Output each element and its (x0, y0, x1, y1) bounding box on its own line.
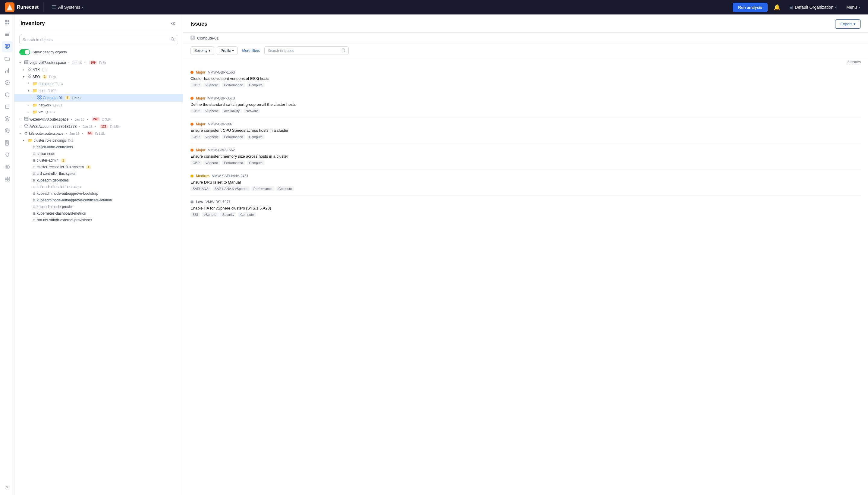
sidebar-item-box[interactable] (2, 101, 13, 112)
tree-item-kubeadm-get-nodes[interactable]: ⊕ kubeadm:get-nodes (15, 177, 183, 184)
tree-item-aws[interactable]: › AWS Account 722739181778 • Jan 16 • 12… (15, 123, 183, 130)
tree-item-cluster-admin[interactable]: ⊕ cluster-admin 1 (15, 157, 183, 164)
tree-item-datastore[interactable]: › 📁 datastore 13 (15, 80, 183, 87)
svg-point-21 (7, 82, 8, 83)
inventory-search-input[interactable] (23, 37, 168, 42)
issue-top: Major VMW-GBP-887 (190, 122, 861, 126)
tree-item-kubeadm-node-proxier[interactable]: ⊕ kubeadm:node-proxier (15, 204, 183, 210)
expand-icon: » (6, 485, 8, 489)
globe-icon (4, 128, 10, 134)
tree-item-kubeadm-kubelet-bootstrap[interactable]: ⊕ kubeadm:kubelet-bootstrap (15, 184, 183, 190)
sidebar-item-compass[interactable] (2, 77, 13, 88)
severity-dot-major (190, 71, 193, 74)
tree-label: kubeadm:node-autoapprove-bootstrap (37, 191, 98, 195)
compute-label: Compute-01 (197, 36, 219, 40)
link-icon: ⊕ (33, 178, 36, 182)
sidebar-item-shield[interactable] (2, 89, 13, 100)
tree-label: cluster-admin (37, 158, 58, 163)
svg-rect-19 (8, 68, 9, 73)
more-filters-button[interactable]: More filters (240, 47, 262, 54)
tree-item-vm[interactable]: › 📁 vm 3.8k (15, 108, 183, 116)
issue-tag: Compute (247, 134, 265, 139)
sidebar-item-list[interactable] (2, 29, 13, 40)
tree-label: SFO (33, 75, 40, 79)
issues-list: Major VMW-GBP-1563 Cluster has consisten… (183, 66, 868, 495)
export-button[interactable]: Export ▾ (835, 19, 861, 29)
document-icon (4, 140, 10, 146)
sidebar-item-globe[interactable] (2, 125, 13, 136)
show-healthy-toggle[interactable] (19, 49, 30, 55)
svg-rect-10 (5, 33, 9, 33)
issues-search-input[interactable] (267, 49, 340, 53)
collapse-button[interactable]: ≪ (169, 19, 177, 28)
sidebar-item-home[interactable] (2, 17, 13, 28)
inventory-search-bar[interactable] (19, 35, 178, 44)
tree-item-cluster-role-bindings[interactable]: ▾ 📁 cluster role bindings 2 (15, 137, 183, 144)
svg-rect-49 (38, 98, 39, 99)
tree-item-host[interactable]: ▾ 📁 host 929 (15, 87, 183, 94)
tree-item-calico-node[interactable]: ⊕ calico-node (15, 150, 183, 157)
sidebar-item-layers[interactable] (2, 113, 13, 124)
org-selector[interactable]: ⊞ Default Organization ▾ (786, 3, 840, 12)
tree-label: NTX (33, 68, 40, 72)
issue-card-6[interactable]: Low VMW-BSI-1971 Enable HA for vSphere c… (190, 195, 861, 221)
issue-code: VMW-GBP-1563 (208, 70, 235, 74)
issue-card-1[interactable]: Major VMW-GBP-1563 Cluster has consisten… (190, 66, 861, 92)
svg-rect-13 (5, 44, 9, 47)
tree-item-kubeadm-node-autoapprove-bootstrap[interactable]: ⊕ kubeadm:node-autoapprove-bootstrap (15, 190, 183, 197)
issue-card-5[interactable]: Medium VMW-SAPHANA-2461 Ensure DRS is se… (190, 170, 861, 195)
tree-item-run-nfs[interactable]: ⊕ run-nfs-subdir-external-provisioner (15, 217, 183, 223)
issue-tags: GBP vSphere Availability Network (190, 108, 861, 113)
tree-item-cluster-reconciler[interactable]: ⊕ cluster-reconciler-flux-system 1 (15, 164, 183, 170)
chevron-down-icon: ▾ (859, 6, 860, 9)
issue-tag: SAP HANA & vSphere (212, 186, 249, 191)
sidebar-expand-button[interactable]: » (2, 482, 13, 493)
system-selector[interactable]: All Systems ▾ (49, 3, 87, 12)
tree-item-network[interactable]: › 📁 network 201 (15, 102, 183, 108)
sidebar-item-folder[interactable] (2, 53, 13, 64)
sidebar-item-lightbulb[interactable] (2, 150, 13, 160)
sidebar-item-document[interactable] (2, 137, 13, 148)
profile-filter-button[interactable]: Profile ▾ (217, 47, 238, 55)
issue-card-4[interactable]: Major VMW-GBP-1562 Ensure consistent mem… (190, 144, 861, 170)
svg-rect-4 (52, 7, 56, 7)
menu-button[interactable]: Menu ▾ (843, 3, 863, 12)
notification-bell-button[interactable]: 🔔 (771, 1, 783, 13)
issue-tags: GBP vSphere Performance Compute (190, 83, 861, 87)
tree-item-sfo[interactable]: ▾ SFO 1 5k (15, 73, 183, 80)
tree-item-calico-kube-controllers[interactable]: ⊕ calico-kube-controllers (15, 144, 183, 150)
bell-icon: 🔔 (774, 4, 780, 10)
server-icon (24, 60, 28, 65)
sidebar-item-inventory[interactable] (2, 41, 13, 52)
tree-item-compute-01[interactable]: › Compute-01 6 923 (15, 94, 183, 102)
issues-search-bar[interactable] (264, 47, 349, 55)
issue-count-badge: 1 (61, 158, 66, 163)
issue-card-2[interactable]: Major VMW-GBP-3570 Define the standard s… (190, 92, 861, 118)
sidebar-item-eye[interactable] (2, 161, 13, 172)
severity-filter-button[interactable]: Severity ▾ (190, 47, 214, 55)
tree-item-kubeadm-node-autoapprove-cert[interactable]: ⊕ kubeadm:node-autoapprove-certificate-r… (15, 197, 183, 204)
issue-card-3[interactable]: Major VMW-GBP-887 Ensure consistent CPU … (190, 118, 861, 144)
tree-item-ntx[interactable]: › NTX 1 (15, 66, 183, 73)
issue-top: Major VMW-GBP-1563 (190, 70, 861, 74)
tree-item-wezen[interactable]: › wezen-vc70.outer.space • Jan 16 • 240 … (15, 116, 183, 123)
tree-item-crd-controller[interactable]: ⊕ crd-controller-flux-system (15, 170, 183, 177)
tree-label: cluster role bindings (34, 138, 66, 142)
issue-tag: vSphere (204, 83, 220, 87)
issue-tag: vSphere (204, 134, 220, 139)
run-analysis-button[interactable]: Run analysis (733, 3, 768, 12)
issue-tag: GBP (190, 108, 202, 113)
sidebar-item-charts[interactable] (2, 65, 13, 76)
svg-point-54 (27, 119, 28, 120)
file-badge: 929 (47, 89, 56, 92)
severity-dot-major (190, 97, 193, 100)
severity-dot-medium (190, 174, 193, 177)
tree-item-kubernetes-dashboard-metrics[interactable]: ⊕ kubernetes-dashboard-metrics (15, 210, 183, 217)
svg-rect-48 (40, 96, 41, 97)
chevron-icon: › (33, 96, 36, 100)
tree-item-k8s[interactable]: ▾ ⚙ k8s-outer.outer.space • Jan 16 • 54 … (15, 130, 183, 137)
sidebar-item-analytics[interactable] (2, 174, 13, 185)
tree-item-vega-vc67[interactable]: ▾ vega-vc67.outer.space • Jan 16 • 209 5… (15, 59, 183, 66)
show-healthy-toggle-row: Show healthy objects (15, 48, 183, 59)
svg-line-61 (344, 51, 345, 52)
